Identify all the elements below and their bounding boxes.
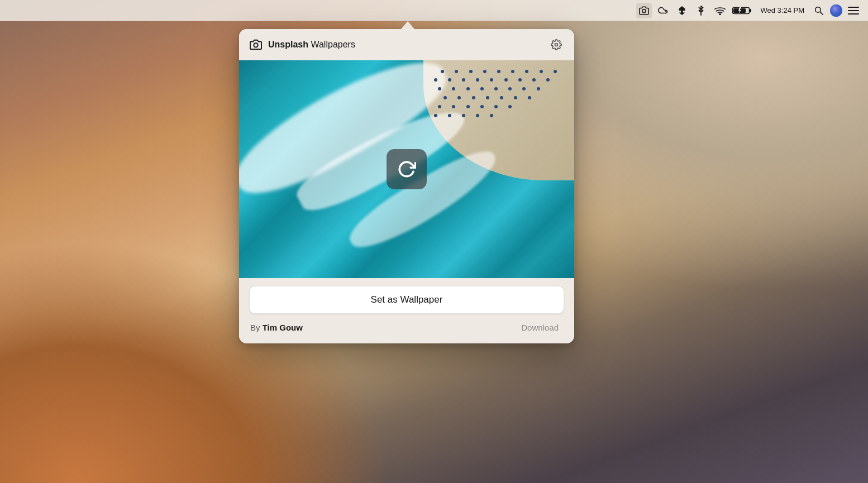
wallpaper-preview-image[interactable] xyxy=(239,60,574,278)
umbrella-dot xyxy=(466,105,470,108)
umbrella-dot xyxy=(462,78,465,82)
svg-point-11 xyxy=(254,43,257,47)
photographer-credit: By Tim Gouw xyxy=(250,323,303,332)
umbrella-dot xyxy=(554,70,557,73)
umbrella-dot xyxy=(540,70,543,73)
umbrella-dot xyxy=(490,78,493,82)
umbrella-dot xyxy=(546,78,550,82)
umbrella-dot xyxy=(466,87,470,90)
umbrella-dot xyxy=(518,78,522,82)
bluetooth-menubar-icon[interactable] xyxy=(693,3,709,18)
menu-bar: Wed 3:24 PM xyxy=(0,0,868,21)
battery-menubar-icon[interactable] xyxy=(731,3,753,18)
umbrella-dot xyxy=(483,70,487,73)
umbrella-dot xyxy=(452,105,455,108)
umbrella-dot xyxy=(500,96,503,99)
umbrella-dot xyxy=(448,78,451,82)
umbrella-dot xyxy=(522,87,526,90)
umbrella-dot xyxy=(508,105,512,108)
umbrella-dot xyxy=(438,87,441,90)
popup-camera-icon xyxy=(249,38,263,51)
umbrella-dot xyxy=(476,114,479,117)
umbrella-dot xyxy=(532,78,536,82)
svg-rect-9 xyxy=(848,10,859,11)
umbrella-dot xyxy=(537,87,540,90)
svg-rect-3 xyxy=(750,9,751,12)
umbrella-dot xyxy=(525,70,528,73)
svg-rect-10 xyxy=(848,13,859,15)
umbrella-dot xyxy=(508,87,512,90)
photographer-name: Tim Gouw xyxy=(263,323,303,332)
popup-footer: By Tim Gouw Download xyxy=(249,321,564,334)
umbrella-dot xyxy=(476,78,479,82)
settings-gear-button[interactable] xyxy=(549,37,564,52)
umbrella-dot xyxy=(497,70,500,73)
umbrella-dot xyxy=(457,96,461,99)
umbrella-dot xyxy=(455,70,458,73)
umbrella-dot xyxy=(438,105,441,108)
umbrella-dot xyxy=(434,114,437,117)
unsplash-wallpapers-popup: Unsplash Wallpapers xyxy=(239,29,574,343)
beach-umbrellas xyxy=(427,65,567,163)
umbrella-dot xyxy=(441,70,444,73)
umbrella-dot xyxy=(490,114,493,117)
download-button[interactable]: Download xyxy=(517,321,563,334)
umbrella-dot xyxy=(452,87,455,90)
umbrella-dot xyxy=(494,105,498,108)
svg-line-6 xyxy=(820,12,823,15)
set-as-wallpaper-button[interactable]: Set as Wallpaper xyxy=(249,286,564,314)
umbrella-dot xyxy=(469,70,473,73)
umbrella-dot xyxy=(494,87,498,90)
svg-point-12 xyxy=(555,44,558,46)
camera-menubar-icon[interactable] xyxy=(636,3,652,18)
umbrella-dot xyxy=(504,78,508,82)
umbrella-dot xyxy=(480,105,484,108)
umbrella-dot xyxy=(480,87,484,90)
umbrella-dot xyxy=(486,96,489,99)
umbrella-dot xyxy=(443,96,447,99)
svg-point-5 xyxy=(815,7,821,12)
popup-bottom-section: Set as Wallpaper By Tim Gouw Download xyxy=(239,278,574,343)
refresh-icon xyxy=(397,160,416,179)
umbrella-dot xyxy=(472,96,475,99)
umbrella-dot xyxy=(511,70,514,73)
svg-point-7 xyxy=(830,4,842,17)
user-avatar[interactable] xyxy=(830,4,842,17)
umbrella-dot xyxy=(514,96,517,99)
icloud-menubar-icon[interactable] xyxy=(655,3,671,18)
umbrella-dot xyxy=(462,114,465,117)
control-center-icon[interactable] xyxy=(846,3,861,18)
svg-point-0 xyxy=(642,9,646,12)
refresh-wallpaper-button[interactable] xyxy=(387,149,427,189)
workflow-menubar-icon[interactable] xyxy=(674,3,690,18)
umbrella-dot xyxy=(448,114,451,117)
umbrella-dot xyxy=(434,78,437,82)
menubar-time: Wed 3:24 PM xyxy=(760,6,804,15)
popup-caret xyxy=(401,21,414,29)
popup-header: Unsplash Wallpapers xyxy=(239,29,574,60)
svg-rect-8 xyxy=(848,7,859,8)
wifi-menubar-icon[interactable] xyxy=(712,3,728,18)
svg-point-1 xyxy=(719,13,721,15)
popup-title: Unsplash Wallpapers xyxy=(268,40,355,50)
spotlight-search-icon[interactable] xyxy=(811,3,827,18)
umbrella-dot xyxy=(528,96,531,99)
